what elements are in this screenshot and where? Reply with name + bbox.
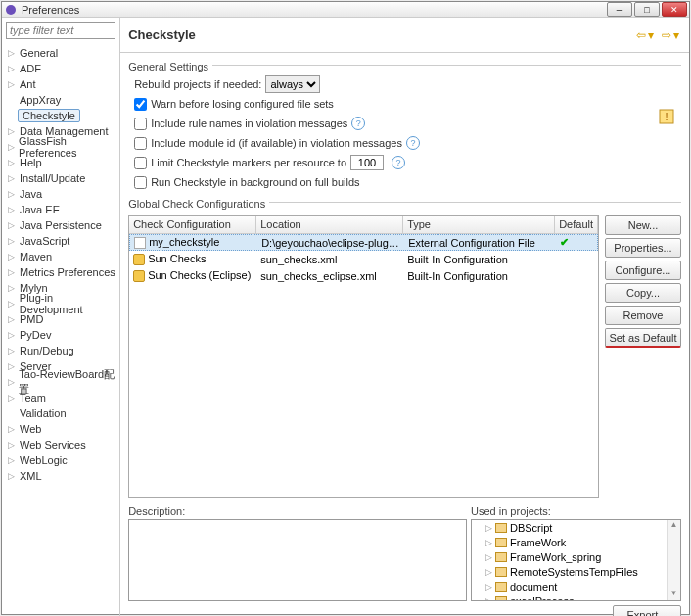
lock-icon bbox=[133, 270, 145, 282]
project-item[interactable]: ▷DBScript bbox=[472, 520, 680, 535]
tree-item-glassfish-preferences[interactable]: ▷GlassFish Preferences bbox=[2, 139, 119, 155]
project-item[interactable]: ▷excelProcess bbox=[472, 593, 680, 601]
tree-item-javascript[interactable]: ▷JavaScript bbox=[2, 233, 119, 249]
tree-item-ant[interactable]: ▷Ant bbox=[2, 76, 119, 92]
tree-item-general[interactable]: ▷General bbox=[2, 45, 119, 61]
include-rule-checkbox[interactable] bbox=[134, 118, 147, 130]
col-type[interactable]: Type bbox=[403, 216, 555, 233]
caret-icon: ▷ bbox=[8, 220, 18, 230]
tree-item-xml[interactable]: ▷XML bbox=[2, 468, 119, 484]
caret-icon: ▷ bbox=[8, 236, 18, 246]
tree-item-java-persistence[interactable]: ▷Java Persistence bbox=[2, 217, 119, 233]
caret-icon: ▷ bbox=[8, 64, 18, 73]
project-label: FrameWork_spring bbox=[510, 551, 601, 563]
project-label: document bbox=[510, 581, 557, 592]
limit-checkbox[interactable] bbox=[134, 157, 147, 169]
limit-input[interactable] bbox=[350, 155, 384, 170]
configure-button[interactable]: Configure... bbox=[605, 261, 681, 280]
close-button[interactable]: ✕ bbox=[662, 2, 687, 17]
folder-icon bbox=[495, 538, 507, 547]
col-default[interactable]: Default bbox=[555, 216, 598, 233]
projects-label: Used in projects: bbox=[471, 505, 681, 517]
tree-item-label: Metrics Preferences bbox=[18, 266, 117, 278]
preference-tree[interactable]: ▷General▷ADF▷AntAppXrayCheckstyle▷Data M… bbox=[2, 43, 119, 616]
tree-item-label: Team bbox=[18, 392, 48, 403]
set-default-button[interactable]: Set as Default bbox=[605, 328, 681, 348]
filter-input[interactable] bbox=[6, 22, 115, 39]
table-row[interactable]: Sun Checks (Eclipse)sun_checks_eclipse.x… bbox=[129, 267, 598, 284]
tree-item-metrics-preferences[interactable]: ▷Metrics Preferences bbox=[2, 264, 119, 280]
projects-list[interactable]: ▲ ▼ ▷DBScript▷FrameWork▷FrameWork_spring… bbox=[471, 519, 681, 601]
app-icon bbox=[4, 3, 18, 17]
tree-item-run-debug[interactable]: ▷Run/Debug bbox=[2, 343, 119, 358]
background-checkbox[interactable] bbox=[134, 176, 147, 189]
table-row[interactable]: my_checkstyleD:\geyouchao\eclipse-plugin… bbox=[129, 234, 598, 251]
remove-button[interactable]: Remove bbox=[605, 306, 681, 325]
general-settings-label: General Settings bbox=[128, 61, 208, 72]
properties-button[interactable]: Properties... bbox=[605, 238, 681, 258]
project-item[interactable]: ▷document bbox=[472, 579, 680, 593]
caret-icon: ▷ bbox=[8, 189, 18, 199]
help-icon[interactable]: ? bbox=[392, 156, 405, 169]
titlebar: Preferences ─ □ ✕ bbox=[2, 2, 689, 18]
tree-item-appxray[interactable]: AppXray bbox=[2, 92, 119, 108]
caret-icon: ▷ bbox=[8, 455, 18, 465]
caret-icon: ▷ bbox=[8, 158, 18, 167]
export-button[interactable]: Export... bbox=[613, 605, 681, 616]
tree-item-validation[interactable]: Validation bbox=[2, 405, 119, 421]
col-check-config[interactable]: Check Configuration bbox=[129, 216, 256, 233]
maximize-button[interactable]: □ bbox=[634, 2, 660, 17]
project-label: DBScript bbox=[510, 522, 552, 534]
table-row[interactable]: Sun Checkssun_checks.xmlBuilt-In Configu… bbox=[129, 251, 598, 267]
tree-item-java-ee[interactable]: ▷Java EE bbox=[2, 202, 119, 217]
help-icon[interactable]: ? bbox=[351, 117, 365, 130]
tree-item-install-update[interactable]: ▷Install/Update bbox=[2, 170, 119, 186]
tree-item-label: Web Services bbox=[18, 439, 88, 450]
scroll-up-icon[interactable]: ▲ bbox=[670, 520, 678, 532]
caret-icon: ▷ bbox=[485, 552, 495, 562]
tree-item-label: Web bbox=[18, 423, 43, 435]
tree-item-plug-in-development[interactable]: ▷Plug-in Development bbox=[2, 296, 119, 311]
caret-icon: ▷ bbox=[8, 377, 17, 387]
col-location[interactable]: Location bbox=[256, 216, 403, 233]
warn-checkbox[interactable] bbox=[134, 98, 147, 111]
caret-icon: ▷ bbox=[485, 538, 495, 547]
tree-item-web-services[interactable]: ▷Web Services bbox=[2, 437, 119, 452]
tree-item-pydev[interactable]: ▷PyDev bbox=[2, 327, 119, 343]
description-textarea[interactable] bbox=[128, 519, 467, 601]
scroll-down-icon[interactable]: ▼ bbox=[670, 589, 678, 600]
minimize-button[interactable]: ─ bbox=[607, 2, 632, 17]
tree-item-java[interactable]: ▷Java bbox=[2, 186, 119, 202]
caret-icon: ▷ bbox=[8, 471, 18, 481]
project-item[interactable]: ▷FrameWork_spring bbox=[472, 549, 680, 564]
nav-back-icon[interactable]: ⇦▾ bbox=[636, 28, 656, 42]
rebuild-select[interactable]: always bbox=[265, 75, 320, 93]
tree-item-adf[interactable]: ▷ADF bbox=[2, 61, 119, 76]
tree-item-label: GlassFish Preferences bbox=[17, 135, 119, 159]
help-icon[interactable]: ? bbox=[406, 136, 420, 150]
include-module-checkbox[interactable] bbox=[134, 137, 147, 150]
project-item[interactable]: ▷FrameWork bbox=[472, 535, 680, 549]
project-item[interactable]: ▷RemoteSystemsTempFiles bbox=[472, 564, 680, 579]
folder-icon bbox=[495, 596, 507, 602]
file-icon bbox=[134, 237, 146, 249]
tree-item-tao-reviewboard-[interactable]: ▷Tao-ReviewBoard配置 bbox=[2, 374, 119, 390]
tree-item-label: ADF bbox=[18, 63, 43, 74]
global-config-label: Global Check Configurations bbox=[128, 198, 265, 210]
tree-item-web[interactable]: ▷Web bbox=[2, 421, 119, 437]
check-icon: ✔ bbox=[560, 236, 569, 248]
caret-icon: ▷ bbox=[8, 440, 18, 450]
copy-button[interactable]: Copy... bbox=[605, 283, 681, 303]
tree-item-weblogic[interactable]: ▷WebLogic bbox=[2, 452, 119, 468]
new-button[interactable]: New... bbox=[605, 215, 681, 235]
nav-fwd-icon[interactable]: ⇨▾ bbox=[662, 28, 681, 42]
tree-item-checkstyle[interactable]: Checkstyle bbox=[2, 108, 119, 123]
tree-item-label: Java EE bbox=[18, 204, 62, 215]
rebuild-label: Rebuild projects if needed: bbox=[134, 78, 261, 90]
tree-item-label: Java bbox=[18, 188, 44, 200]
scrollbar[interactable]: ▲ ▼ bbox=[667, 520, 680, 600]
tree-item-maven[interactable]: ▷Maven bbox=[2, 249, 119, 264]
config-table[interactable]: Check Configuration Location Type Defaul… bbox=[128, 215, 599, 498]
project-label: excelProcess bbox=[510, 595, 574, 602]
svg-text:!: ! bbox=[665, 111, 668, 122]
